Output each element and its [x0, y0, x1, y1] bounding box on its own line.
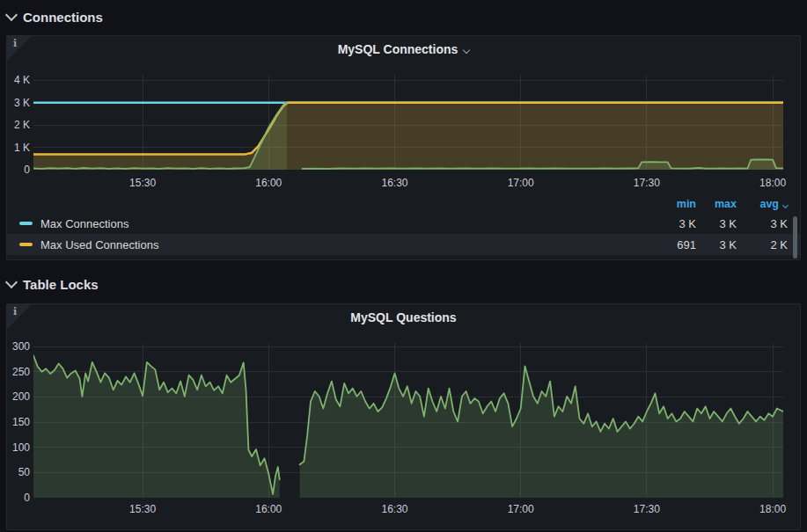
legend: min max avg Max Connections 3 K 3 K 3 K … [7, 195, 800, 255]
legend-sort-avg[interactable]: avg [737, 198, 788, 210]
chevron-down-icon [5, 9, 18, 21]
row-title: Connections [23, 10, 103, 25]
chevron-down-icon [463, 47, 470, 54]
y-axis-tick-label: 3 K [7, 96, 30, 110]
y-axis-tick-label: 200 [7, 390, 30, 404]
y-axis-tick-label: 250 [7, 365, 30, 379]
stat-max: 3 K [696, 238, 737, 251]
x-axis-tick-label: 16:00 [247, 503, 290, 515]
series-label[interactable]: Max Connections [40, 217, 650, 230]
x-axis-tick-label: 17:00 [500, 503, 542, 515]
row-header-table-locks[interactable]: Table Locks [7, 274, 99, 294]
y-axis-tick-label: 1 K [7, 141, 30, 155]
legend-scrollbar[interactable] [793, 216, 797, 259]
stat-min: 3 K [650, 217, 696, 230]
legend-row-max-connections: Max Connections 3 K 3 K 3 K [7, 213, 800, 234]
y-axis-tick-label: 150 [7, 415, 30, 429]
x-axis-tick-label: 16:30 [373, 177, 415, 189]
series-label[interactable]: Max Used Connections [40, 238, 650, 251]
chevron-down-icon [782, 202, 789, 208]
legend-row-max-used-connections: Max Used Connections 691 3 K 2 K [7, 234, 800, 255]
grafana-dashboard: Connections i MySQL Connections 01 K2 K3… [0, 0, 807, 532]
stat-avg: 3 K [737, 217, 788, 230]
y-axis-tick-label: 100 [7, 441, 30, 455]
x-axis-tick-label: 17:30 [626, 503, 668, 515]
row-title: Table Locks [23, 277, 99, 292]
row-header-connections[interactable]: Connections [7, 7, 103, 26]
x-axis: 15:3016:0016:3017:0017:3018:00 [7, 177, 800, 191]
x-axis-tick-label: 18:00 [752, 177, 794, 189]
legend-sort-max[interactable]: max [696, 198, 737, 210]
questions-chart-canvas[interactable] [33, 343, 783, 498]
stat-max: 3 K [696, 217, 737, 230]
info-icon: i [13, 38, 17, 49]
y-axis-tick-label: 50 [7, 465, 30, 479]
stat-min: 691 [650, 238, 696, 251]
series-color-swatch[interactable] [19, 243, 33, 246]
info-icon: i [13, 306, 17, 317]
x-axis: 15:3016:0016:3017:0017:3018:00 [7, 503, 800, 517]
x-axis-tick-label: 15:30 [121, 177, 164, 189]
y-axis-tick-label: 300 [7, 339, 30, 353]
stat-avg: 2 K [737, 238, 788, 251]
panel-title-mysql-questions[interactable]: MySQL Questions [7, 310, 800, 324]
legend-header: min max avg [7, 195, 800, 213]
x-axis-tick-label: 17:30 [626, 177, 668, 189]
panel-mysql-questions: i MySQL Questions 050100150200250300 15:… [6, 303, 801, 530]
x-axis-tick-label: 16:00 [247, 177, 290, 189]
y-axis-tick-label: 4 K [7, 73, 30, 87]
y-axis-tick-label: 0 [7, 163, 30, 177]
panel-title-mysql-connections[interactable]: MySQL Connections [7, 42, 800, 56]
x-axis-tick-label: 15:30 [121, 503, 164, 515]
series-color-swatch[interactable] [19, 222, 33, 225]
x-axis-tick-label: 16:30 [373, 503, 415, 515]
legend-sort-min[interactable]: min [650, 198, 696, 210]
chevron-down-icon [5, 276, 18, 288]
panel-mysql-connections: i MySQL Connections 01 K2 K3 K4 K 15:301… [6, 35, 801, 260]
y-axis-tick-label: 2 K [7, 118, 30, 132]
x-axis-tick-label: 18:00 [752, 503, 794, 515]
connections-chart-canvas[interactable] [33, 75, 783, 170]
x-axis-tick-label: 17:00 [500, 177, 542, 189]
